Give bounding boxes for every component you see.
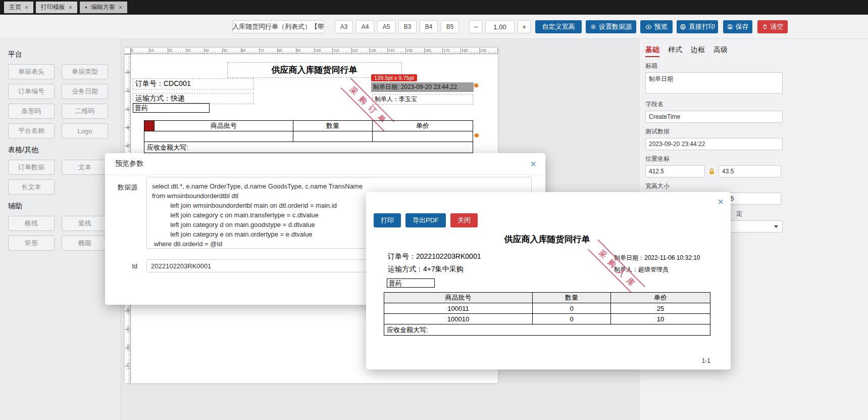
canvas-create-person-field[interactable]: 制单人：李玉宝 — [372, 94, 473, 105]
window-tab-print-template[interactable]: 打印模板 × — [36, 2, 77, 13]
toolbar: 入库随货同行单（列表式）【带 A3A4A5B3B4B5 − + 自定义宽高 设置… — [0, 15, 868, 39]
window-tab-home[interactable]: 主页 × — [4, 2, 33, 13]
tab-close-icon[interactable]: × — [119, 5, 122, 11]
ruler-number: 20 — [168, 48, 186, 54]
component-button[interactable]: 竖线 — [62, 216, 108, 231]
close-icon[interactable]: × — [718, 197, 724, 207]
id-param-input[interactable] — [146, 259, 369, 272]
ruler-number: 100 — [314, 48, 332, 54]
save-button[interactable]: 保存 — [723, 20, 752, 33]
ruler-number: 140 — [388, 48, 406, 54]
canvas-order-no-field[interactable]: 订单号：CDC001 — [133, 78, 254, 89]
position-y-input[interactable] — [719, 165, 781, 177]
component-button[interactable]: 二维码 — [62, 104, 108, 119]
print-button[interactable]: 打印 — [374, 213, 401, 227]
paper-size-button[interactable]: A5 — [377, 20, 395, 33]
component-button[interactable]: 平台名称 — [8, 123, 55, 138]
direct-print-button[interactable]: 直接打印 — [677, 20, 718, 33]
field-name-input[interactable] — [645, 111, 783, 123]
export-pdf-button[interactable]: 导出PDF — [405, 213, 446, 227]
ruler-number: 170 — [125, 357, 131, 375]
component-sidebar: 平台 单据表头单据类型订单编号业务日期条形码二维码平台名称Logo 表格/其他 … — [0, 39, 121, 420]
component-button[interactable]: 矩形 — [8, 236, 55, 251]
component-button[interactable]: 条形码 — [8, 104, 55, 119]
test-data-input[interactable] — [645, 138, 783, 150]
table-row: 100011 0 25 — [384, 303, 710, 314]
table-header-cell: 数量 — [293, 121, 373, 131]
table-header-cell: 商品批号 — [155, 121, 293, 131]
lock-icon[interactable] — [708, 168, 716, 175]
paper-size-button[interactable]: B4 — [420, 20, 438, 33]
gear-icon — [590, 24, 596, 30]
component-button[interactable]: 订单编号 — [8, 84, 55, 99]
floppy-icon — [727, 24, 733, 30]
ruler-number: 20 — [125, 81, 131, 100]
custom-size-button[interactable]: 自定义宽高 — [535, 20, 582, 33]
canvas-detail-table[interactable]: 商品批号 数量 单价 应收金额大写: — [144, 120, 473, 153]
zoom-out-button[interactable]: − — [469, 20, 482, 33]
canvas-create-date-field-selected[interactable]: 制单日期: 2023-09-20 23:44:22 — [371, 82, 474, 92]
component-button[interactable]: 文本 — [62, 160, 108, 175]
datasource-label: 数据源 — [111, 183, 137, 192]
table-cell — [293, 131, 373, 142]
ruler-number: 170 — [443, 48, 461, 54]
zoom-control: − + — [469, 20, 531, 33]
tab-close-icon[interactable]: × — [25, 5, 28, 11]
paper-size-button[interactable]: B3 — [398, 20, 417, 33]
group-title: 表格/其他 — [8, 146, 113, 155]
preview-button[interactable]: 预览 — [640, 20, 673, 33]
page-number: 1-1 — [384, 357, 710, 364]
red-marker-cell[interactable] — [144, 121, 155, 131]
close-icon[interactable]: × — [530, 159, 536, 169]
component-button[interactable]: Logo — [62, 123, 108, 138]
component-button[interactable]: 业务日期 — [62, 84, 108, 99]
ruler-number: 150 — [406, 48, 424, 54]
horizontal-ruler: 0102030405060708090100110120130140150160… — [131, 48, 498, 54]
position-x-input[interactable] — [645, 165, 705, 177]
table-header-cell: 单价 — [373, 121, 473, 131]
paper-size-button[interactable]: B5 — [441, 20, 459, 33]
component-button[interactable]: 横线 — [8, 216, 55, 231]
ruler-number: 110 — [333, 48, 351, 54]
canvas-drug-type-box[interactable]: 普药 — [133, 103, 210, 113]
tab-close-icon[interactable]: × — [69, 5, 72, 11]
ruler-number: 10 — [125, 63, 131, 81]
canvas-transport-field[interactable]: 运输方式：快递 — [133, 93, 254, 104]
window-tab-edit-scheme[interactable]: ● 编辑方案 × — [80, 2, 127, 13]
component-button[interactable]: 单据类型 — [62, 64, 108, 79]
ruler-number: 50 — [223, 48, 241, 54]
preview-result-modal: × 打印 导出PDF 关闭 供应商入库随货同行单 订单号：2022102203R… — [366, 192, 731, 369]
print-template-designer: 主页 × 打印模板 × ● 编辑方案 × 入库随货同行单（列表式）【带 A3A4… — [0, 0, 868, 420]
paper-size-button[interactable]: A4 — [356, 20, 374, 33]
tab-label: 主页 — [9, 3, 21, 12]
template-name-box[interactable]: 入库随货同行单（列表式）【带 — [232, 20, 324, 33]
ruler-number: 50 — [125, 136, 131, 155]
close-preview-button[interactable]: 关闭 — [450, 213, 478, 227]
clear-button[interactable]: 清空 — [757, 20, 788, 33]
resize-handle-dot[interactable] — [475, 133, 479, 137]
table-cell — [144, 131, 293, 142]
ruler-number: 130 — [369, 48, 387, 54]
paper-size-button[interactable]: A3 — [335, 20, 353, 33]
component-button[interactable]: 单据表头 — [8, 64, 55, 79]
table-empty-row — [144, 131, 473, 142]
resize-handle-dot[interactable] — [474, 83, 478, 87]
ruler-number: 150 — [125, 320, 131, 339]
component-button[interactable]: 订单数据 — [8, 160, 55, 175]
field-name-label: 字段名 — [645, 100, 783, 109]
tab-basic[interactable]: 基础 — [645, 45, 659, 57]
eye-icon — [645, 24, 652, 30]
component-button[interactable]: 椭圆 — [62, 236, 108, 251]
zoom-value-input[interactable] — [485, 20, 515, 33]
component-button[interactable]: 长文本 — [8, 179, 55, 195]
title-input[interactable]: 制单日期 — [645, 72, 783, 94]
set-datasource-button[interactable]: 设置数据源 — [586, 20, 636, 33]
zoom-in-button[interactable]: + — [518, 20, 531, 33]
tab-advanced[interactable]: 高级 — [713, 45, 728, 57]
ruler-number: 30 — [186, 48, 204, 54]
tab-border[interactable]: 边框 — [691, 45, 705, 57]
tab-style[interactable]: 样式 — [668, 45, 682, 57]
trash-icon — [762, 24, 768, 30]
ruler-number: 80 — [278, 48, 296, 54]
group-title: 平台 — [8, 50, 113, 59]
